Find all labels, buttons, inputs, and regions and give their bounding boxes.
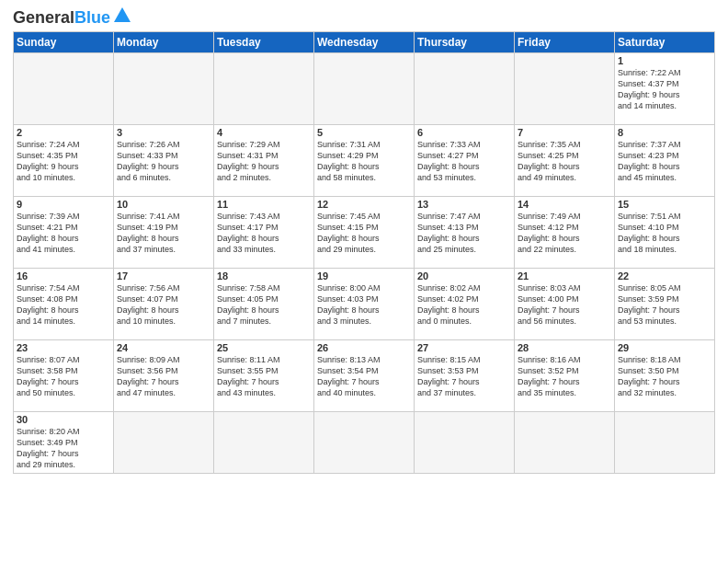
- day-cell: 21Sunrise: 8:03 AM Sunset: 4:00 PM Dayli…: [515, 269, 615, 340]
- day-info: Sunrise: 8:20 AM Sunset: 3:49 PM Dayligh…: [17, 426, 110, 471]
- day-cell: 17Sunrise: 7:56 AM Sunset: 4:07 PM Dayli…: [114, 269, 214, 340]
- day-number: 30: [17, 414, 110, 425]
- day-info: Sunrise: 7:35 AM Sunset: 4:25 PM Dayligh…: [518, 139, 611, 184]
- day-info: Sunrise: 7:54 AM Sunset: 4:08 PM Dayligh…: [17, 282, 110, 327]
- day-number: 4: [217, 127, 311, 138]
- day-number: 21: [518, 270, 611, 282]
- day-number: 8: [618, 127, 711, 138]
- day-cell: 2Sunrise: 7:24 AM Sunset: 4:35 PM Daylig…: [14, 125, 114, 197]
- day-number: 16: [17, 270, 110, 282]
- day-cell: 8Sunrise: 7:37 AM Sunset: 4:23 PM Daylig…: [615, 125, 715, 197]
- logo-text: GeneralBlue: [13, 9, 110, 26]
- day-info: Sunrise: 7:31 AM Sunset: 4:29 PM Dayligh…: [317, 139, 411, 184]
- day-cell: [214, 53, 314, 125]
- day-info: Sunrise: 8:09 AM Sunset: 3:56 PM Dayligh…: [117, 354, 210, 399]
- day-number: 17: [117, 270, 210, 282]
- day-info: Sunrise: 8:15 AM Sunset: 3:53 PM Dayligh…: [417, 354, 511, 399]
- logo-blue: Blue: [74, 8, 110, 27]
- day-info: Sunrise: 7:41 AM Sunset: 4:19 PM Dayligh…: [117, 211, 210, 256]
- weekday-saturday: Saturday: [615, 32, 715, 53]
- day-info: Sunrise: 7:24 AM Sunset: 4:35 PM Dayligh…: [17, 139, 110, 184]
- day-info: Sunrise: 7:29 AM Sunset: 4:31 PM Dayligh…: [217, 139, 311, 184]
- day-info: Sunrise: 7:47 AM Sunset: 4:13 PM Dayligh…: [417, 211, 511, 256]
- day-info: Sunrise: 7:37 AM Sunset: 4:23 PM Dayligh…: [618, 139, 711, 184]
- day-cell: [114, 412, 214, 474]
- day-cell: 14Sunrise: 7:49 AM Sunset: 4:12 PM Dayli…: [515, 197, 615, 269]
- day-number: 5: [317, 127, 411, 138]
- day-cell: 24Sunrise: 8:09 AM Sunset: 3:56 PM Dayli…: [114, 340, 214, 412]
- day-cell: 6Sunrise: 7:33 AM Sunset: 4:27 PM Daylig…: [415, 125, 515, 197]
- day-number: 14: [518, 199, 611, 210]
- day-cell: 30Sunrise: 8:20 AM Sunset: 3:49 PM Dayli…: [14, 412, 114, 474]
- day-cell: 20Sunrise: 8:02 AM Sunset: 4:02 PM Dayli…: [415, 269, 515, 340]
- day-cell: [314, 53, 415, 125]
- day-number: 11: [217, 199, 311, 210]
- day-number: 22: [618, 270, 711, 282]
- day-cell: 26Sunrise: 8:13 AM Sunset: 3:54 PM Dayli…: [314, 340, 415, 412]
- day-info: Sunrise: 8:03 AM Sunset: 4:00 PM Dayligh…: [518, 282, 611, 327]
- day-number: 1: [618, 55, 711, 66]
- day-cell: 5Sunrise: 7:31 AM Sunset: 4:29 PM Daylig…: [314, 125, 415, 197]
- weekday-header-row: SundayMondayTuesdayWednesdayThursdayFrid…: [14, 32, 715, 53]
- day-cell: 12Sunrise: 7:45 AM Sunset: 4:15 PM Dayli…: [314, 197, 415, 269]
- day-number: 26: [317, 342, 411, 353]
- day-cell: 9Sunrise: 7:39 AM Sunset: 4:21 PM Daylig…: [14, 197, 114, 269]
- day-info: Sunrise: 8:13 AM Sunset: 3:54 PM Dayligh…: [317, 354, 411, 399]
- day-cell: 27Sunrise: 8:15 AM Sunset: 3:53 PM Dayli…: [415, 340, 515, 412]
- day-number: 23: [17, 342, 110, 353]
- weekday-thursday: Thursday: [415, 32, 515, 53]
- day-number: 27: [417, 342, 511, 353]
- day-cell: 4Sunrise: 7:29 AM Sunset: 4:31 PM Daylig…: [214, 125, 314, 197]
- day-number: 18: [217, 270, 311, 282]
- day-number: 29: [618, 342, 711, 353]
- day-number: 19: [317, 270, 411, 282]
- svg-marker-0: [114, 7, 131, 22]
- calendar-page: GeneralBlue SundayMondayTuesdayWednesday…: [0, 0, 728, 563]
- day-info: Sunrise: 7:26 AM Sunset: 4:33 PM Dayligh…: [117, 139, 210, 184]
- day-info: Sunrise: 8:02 AM Sunset: 4:02 PM Dayligh…: [417, 282, 511, 327]
- week-row-1: 1Sunrise: 7:22 AM Sunset: 4:37 PM Daylig…: [14, 53, 715, 125]
- weekday-tuesday: Tuesday: [214, 32, 314, 53]
- day-info: Sunrise: 7:43 AM Sunset: 4:17 PM Dayligh…: [217, 211, 311, 256]
- day-cell: [415, 412, 515, 474]
- weekday-wednesday: Wednesday: [314, 32, 415, 53]
- day-number: 10: [117, 199, 210, 210]
- day-cell: 19Sunrise: 8:00 AM Sunset: 4:03 PM Dayli…: [314, 269, 415, 340]
- day-cell: 11Sunrise: 7:43 AM Sunset: 4:17 PM Dayli…: [214, 197, 314, 269]
- day-number: 20: [417, 270, 511, 282]
- day-cell: 3Sunrise: 7:26 AM Sunset: 4:33 PM Daylig…: [114, 125, 214, 197]
- week-row-3: 9Sunrise: 7:39 AM Sunset: 4:21 PM Daylig…: [14, 197, 715, 269]
- week-row-4: 16Sunrise: 7:54 AM Sunset: 4:08 PM Dayli…: [14, 269, 715, 340]
- day-cell: [314, 412, 415, 474]
- week-row-2: 2Sunrise: 7:24 AM Sunset: 4:35 PM Daylig…: [14, 125, 715, 197]
- day-cell: 10Sunrise: 7:41 AM Sunset: 4:19 PM Dayli…: [114, 197, 214, 269]
- day-info: Sunrise: 8:18 AM Sunset: 3:50 PM Dayligh…: [618, 354, 711, 399]
- day-info: Sunrise: 7:51 AM Sunset: 4:10 PM Dayligh…: [618, 211, 711, 256]
- day-info: Sunrise: 7:45 AM Sunset: 4:15 PM Dayligh…: [317, 211, 411, 256]
- day-info: Sunrise: 8:16 AM Sunset: 3:52 PM Dayligh…: [518, 354, 611, 399]
- day-cell: 25Sunrise: 8:11 AM Sunset: 3:55 PM Dayli…: [214, 340, 314, 412]
- day-number: 25: [217, 342, 311, 353]
- day-cell: 23Sunrise: 8:07 AM Sunset: 3:58 PM Dayli…: [14, 340, 114, 412]
- day-number: 6: [417, 127, 511, 138]
- day-info: Sunrise: 8:11 AM Sunset: 3:55 PM Dayligh…: [217, 354, 311, 399]
- day-info: Sunrise: 7:39 AM Sunset: 4:21 PM Dayligh…: [17, 211, 110, 256]
- day-info: Sunrise: 7:58 AM Sunset: 4:05 PM Dayligh…: [217, 282, 311, 327]
- day-cell: [114, 53, 214, 125]
- day-cell: 28Sunrise: 8:16 AM Sunset: 3:52 PM Dayli…: [515, 340, 615, 412]
- day-info: Sunrise: 7:49 AM Sunset: 4:12 PM Dayligh…: [518, 211, 611, 256]
- weekday-sunday: Sunday: [14, 32, 114, 53]
- day-cell: 13Sunrise: 7:47 AM Sunset: 4:13 PM Dayli…: [415, 197, 515, 269]
- day-info: Sunrise: 8:07 AM Sunset: 3:58 PM Dayligh…: [17, 354, 110, 399]
- logo: GeneralBlue: [13, 9, 132, 26]
- day-number: 13: [417, 199, 511, 210]
- day-info: Sunrise: 7:33 AM Sunset: 4:27 PM Dayligh…: [417, 139, 511, 184]
- day-cell: [515, 412, 615, 474]
- day-cell: 7Sunrise: 7:35 AM Sunset: 4:25 PM Daylig…: [515, 125, 615, 197]
- day-cell: 15Sunrise: 7:51 AM Sunset: 4:10 PM Dayli…: [615, 197, 715, 269]
- week-row-6: 30Sunrise: 8:20 AM Sunset: 3:49 PM Dayli…: [14, 412, 715, 474]
- day-cell: [515, 53, 615, 125]
- day-cell: [415, 53, 515, 125]
- day-number: 24: [117, 342, 210, 353]
- day-cell: 1Sunrise: 7:22 AM Sunset: 4:37 PM Daylig…: [615, 53, 715, 125]
